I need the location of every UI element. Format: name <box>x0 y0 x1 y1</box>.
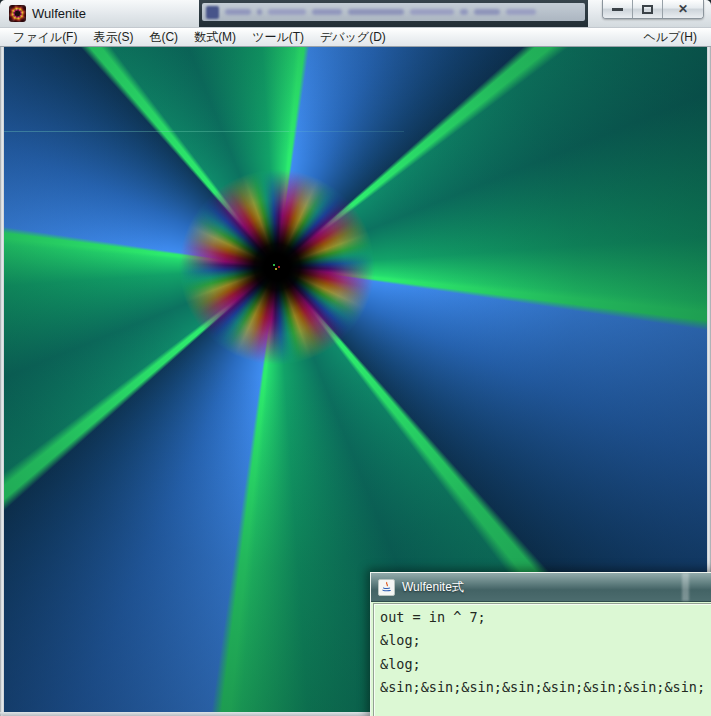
aero-glass-see-through <box>199 0 588 27</box>
maximize-icon <box>642 5 653 14</box>
menu-help[interactable]: ヘルプ(H) <box>634 28 706 47</box>
formula-code-line: &sin;&sin;&sin;&sin;&sin;&sin;&sin;&sin; <box>380 679 711 702</box>
blurred-text-blob <box>257 9 262 15</box>
minimize-icon <box>612 8 623 11</box>
render-artifact-line <box>289 131 404 132</box>
formula-code-line: out = in ^ 7; <box>380 609 711 632</box>
blurred-text-blob <box>225 9 251 15</box>
blurred-text-blob <box>410 9 454 15</box>
window-title: Wulfenite <box>32 6 86 21</box>
minimize-button[interactable] <box>603 0 633 18</box>
blurred-text-blob <box>474 9 500 15</box>
formula-code-line: &log; <box>380 632 711 655</box>
close-button[interactable]: ✕ <box>663 0 703 18</box>
blurred-text-blob <box>348 9 404 15</box>
window-border-left <box>0 47 4 716</box>
blurred-text-blob <box>460 9 468 15</box>
menu-debug[interactable]: デバッグ(D) <box>312 28 394 47</box>
window-controls: ✕ <box>602 0 704 19</box>
blurred-text-blob <box>506 9 536 15</box>
blurred-text-blob <box>312 9 342 15</box>
blurred-background-window-bar <box>202 3 585 21</box>
render-artifact-line <box>4 131 289 132</box>
formula-window-titlebar[interactable]: Wulfenite式 <box>371 573 711 602</box>
maximize-button[interactable] <box>633 0 663 18</box>
formula-window: Wulfenite式 out = in ^ 7; &log; &log; &si… <box>370 572 711 716</box>
center-pixel-yellow <box>275 268 277 270</box>
formula-text-area[interactable]: out = in ^ 7; &log; &log; &sin;&sin;&sin… <box>373 603 711 716</box>
main-window-titlebar[interactable]: Wulfenite ✕ <box>0 0 711 27</box>
close-icon: ✕ <box>678 3 688 15</box>
center-pixel-red <box>278 266 280 268</box>
formula-window-title: Wulfenite式 <box>402 579 464 596</box>
menu-color[interactable]: 色(C) <box>141 28 186 47</box>
java-coffee-cup-icon <box>378 579 395 596</box>
menu-bar: ファイル(F) 表示(S) 色(C) 数式(M) ツール(T) デバッグ(D) … <box>0 27 711 47</box>
blurred-text-blob <box>268 9 306 15</box>
menu-formula[interactable]: 数式(M) <box>186 28 244 47</box>
wulfenite-flower-icon <box>9 5 26 22</box>
center-pixel-green <box>273 264 275 266</box>
menu-tools[interactable]: ツール(T) <box>244 28 312 47</box>
formula-code-line: &log; <box>380 656 711 679</box>
background-window-icon <box>206 6 219 19</box>
menu-file[interactable]: ファイル(F) <box>5 28 85 47</box>
menu-view[interactable]: 表示(S) <box>85 28 141 47</box>
